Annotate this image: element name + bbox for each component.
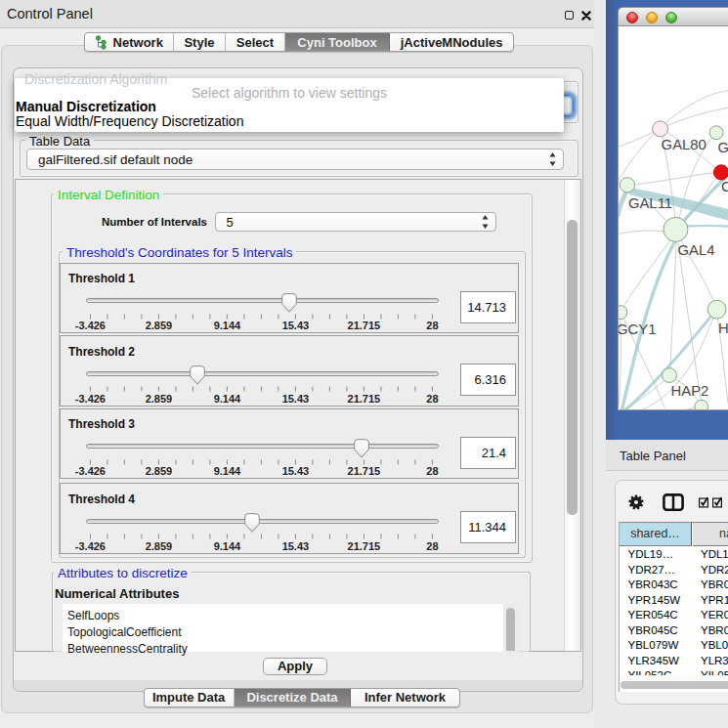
svg-text:GAL11: GAL11 [628,195,672,211]
svg-text:GCY1: GCY1 [618,321,656,337]
svg-text:GAL4: GAL4 [677,242,714,258]
svg-text:G: G [718,140,728,155]
svg-text:GAL80: GAL80 [662,137,707,152]
svg-text:HAP2: HAP2 [671,383,709,399]
svg-text:C: C [721,179,728,194]
svg-text:H: H [718,321,728,336]
